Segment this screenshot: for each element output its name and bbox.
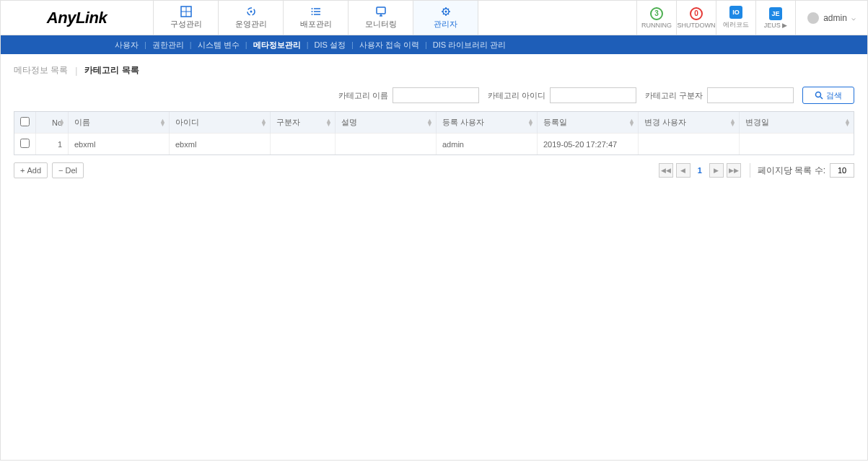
header-no[interactable]: No▲▼ bbox=[36, 112, 69, 134]
logo[interactable]: AnyLink bbox=[1, 1, 154, 35]
user-name: admin bbox=[823, 13, 847, 23]
cell-no: 1 bbox=[36, 134, 69, 155]
header-name[interactable]: 이름▲▼ bbox=[69, 112, 170, 134]
table-footer: + Add − Del ◀◀ ◀ 1 ▶ ▶▶ 페이지당 목록 수: bbox=[1, 155, 867, 186]
main-tabs: 구성관리 운영관리 배포관리 모니터링 bbox=[154, 1, 478, 35]
sort-icon: ▲▼ bbox=[426, 119, 433, 126]
cell-desc bbox=[336, 134, 437, 155]
breadcrumb-meta-list[interactable]: 메타정보 목록 bbox=[14, 64, 68, 77]
select-all-checkbox[interactable] bbox=[20, 117, 30, 126]
header-regdate[interactable]: 등록일▲▼ bbox=[538, 112, 639, 134]
breadcrumb-category-list: 카테고리 목록 bbox=[84, 64, 139, 77]
svg-line-17 bbox=[820, 97, 823, 99]
add-button[interactable]: + Add bbox=[14, 162, 48, 178]
sort-icon: ▲▼ bbox=[159, 119, 166, 126]
main-tab-config[interactable]: 구성관리 bbox=[154, 1, 219, 35]
jeus-label: JEUS ▶ bbox=[764, 22, 788, 29]
plus-icon: + bbox=[20, 166, 25, 175]
sort-icon: ▲▼ bbox=[628, 119, 635, 126]
pagesize-control: 페이지당 목록 수: bbox=[750, 163, 854, 178]
search-bar: 카테고리 이름 카테고리 아이디 카테고리 구분자 검색 bbox=[1, 87, 867, 111]
header-moddate[interactable]: 변경일▲▼ bbox=[740, 112, 854, 134]
main-tab-label: 구성관리 bbox=[170, 19, 202, 30]
sub-nav-dis[interactable]: DIS 설정 bbox=[309, 40, 351, 51]
del-button[interactable]: − Del bbox=[52, 162, 84, 178]
main-tab-label: 배포관리 bbox=[300, 19, 332, 30]
gear-icon bbox=[440, 6, 452, 17]
shutdown-count-icon: 0 bbox=[690, 7, 703, 20]
sort-icon: ▲▼ bbox=[260, 119, 267, 126]
sort-icon: ▲▼ bbox=[325, 119, 332, 126]
pager-next[interactable]: ▶ bbox=[709, 163, 724, 178]
cell-id: ebxml bbox=[170, 134, 271, 155]
status-jeus[interactable]: JE JEUS ▶ bbox=[755, 1, 795, 35]
search-name-input[interactable] bbox=[393, 87, 479, 103]
shutdown-label: SHUTDOWN bbox=[678, 22, 716, 29]
main-tab-deploy[interactable]: 배포관리 bbox=[284, 1, 348, 35]
pager-first[interactable]: ◀◀ bbox=[659, 163, 673, 178]
monitor-icon bbox=[375, 6, 387, 17]
header-moduser[interactable]: 변경 사용자▲▼ bbox=[639, 112, 740, 134]
cell-name: ebxml bbox=[69, 134, 170, 155]
running-label: RUNNING bbox=[641, 22, 672, 29]
del-button-label: Del bbox=[65, 166, 77, 175]
svg-point-4 bbox=[250, 11, 252, 13]
pager-current-page: 1 bbox=[693, 166, 706, 175]
user-menu[interactable]: admin ⌵ bbox=[795, 1, 867, 35]
main-tab-label: 관리자 bbox=[434, 19, 457, 30]
sort-icon: ▲▼ bbox=[844, 119, 851, 126]
status-errorcode[interactable]: IO 에러코드 bbox=[716, 1, 755, 35]
search-name-label: 카테고리 이름 bbox=[338, 90, 388, 101]
status-shutdown[interactable]: 0 SHUTDOWN bbox=[676, 1, 716, 35]
top-header: AnyLink 구성관리 운영관리 배포관리 bbox=[1, 1, 867, 35]
sort-icon: ▲▼ bbox=[58, 119, 65, 126]
errorcode-icon: IO bbox=[729, 6, 742, 19]
jeus-icon: JE bbox=[769, 7, 782, 20]
data-table: No▲▼ 이름▲▼ 아이디▲▼ 구분자▲▼ 설명▲▼ 등록 사용자▲▼ 등록일▲… bbox=[14, 111, 854, 155]
running-count-icon: 3 bbox=[650, 7, 663, 20]
svg-point-10 bbox=[311, 14, 312, 15]
search-field-id: 카테고리 아이디 bbox=[488, 87, 636, 103]
row-checkbox[interactable] bbox=[20, 139, 30, 148]
sub-nav-auth[interactable]: 권한관리 bbox=[146, 40, 190, 51]
sub-nav-dislib[interactable]: DIS 라이브러리 관리 bbox=[427, 40, 512, 51]
search-field-name: 카테고리 이름 bbox=[338, 87, 479, 103]
main-tab-admin[interactable]: 관리자 bbox=[413, 1, 478, 35]
svg-point-16 bbox=[816, 92, 821, 97]
main-tab-monitoring[interactable]: 모니터링 bbox=[348, 1, 413, 35]
header-desc[interactable]: 설명▲▼ bbox=[336, 112, 437, 134]
table-row[interactable]: 1 ebxml ebxml admin 2019-05-20 17:27:47 bbox=[14, 134, 854, 155]
cell-reguser: admin bbox=[437, 134, 538, 155]
search-sep-label: 카테고리 구분자 bbox=[645, 90, 703, 101]
sub-nav-sysvar[interactable]: 시스템 변수 bbox=[192, 40, 245, 51]
chevron-down-icon: ⌵ bbox=[851, 14, 856, 22]
search-sep-input[interactable] bbox=[707, 87, 794, 103]
pager-prev[interactable]: ◀ bbox=[676, 163, 691, 178]
pagesize-input[interactable] bbox=[830, 163, 854, 178]
sub-nav-loginhist[interactable]: 사용자 접속 이력 bbox=[354, 40, 425, 51]
search-button[interactable]: 검색 bbox=[802, 87, 854, 104]
cell-regdate: 2019-05-20 17:27:47 bbox=[538, 134, 639, 155]
main-tab-operation[interactable]: 운영관리 bbox=[219, 1, 284, 35]
header-id[interactable]: 아이디▲▼ bbox=[170, 112, 271, 134]
search-id-input[interactable] bbox=[550, 87, 636, 103]
cell-sep bbox=[271, 134, 336, 155]
sub-nav-meta[interactable]: 메타정보관리 bbox=[247, 40, 307, 51]
sub-nav: 사용자 | 권한관리 | 시스템 변수 | 메타정보관리 | DIS 설정 | … bbox=[1, 35, 867, 54]
grid-icon bbox=[180, 6, 192, 17]
svg-point-15 bbox=[444, 11, 447, 13]
pager-last[interactable]: ▶▶ bbox=[727, 163, 741, 178]
cell-moddate bbox=[740, 134, 854, 155]
add-button-label: Add bbox=[27, 166, 41, 175]
user-avatar-icon bbox=[807, 12, 819, 24]
sub-nav-user[interactable]: 사용자 bbox=[109, 40, 144, 51]
rotate-icon bbox=[245, 6, 257, 17]
list-icon bbox=[310, 6, 322, 17]
header-reguser[interactable]: 등록 사용자▲▼ bbox=[437, 112, 538, 134]
header-checkbox bbox=[14, 112, 36, 134]
table-header-row: No▲▼ 이름▲▼ 아이디▲▼ 구분자▲▼ 설명▲▼ 등록 사용자▲▼ 등록일▲… bbox=[14, 112, 854, 134]
header-sep[interactable]: 구분자▲▼ bbox=[271, 112, 336, 134]
errorcode-label: 에러코드 bbox=[723, 20, 749, 30]
search-icon bbox=[815, 91, 823, 100]
status-running[interactable]: 3 RUNNING bbox=[636, 1, 676, 35]
